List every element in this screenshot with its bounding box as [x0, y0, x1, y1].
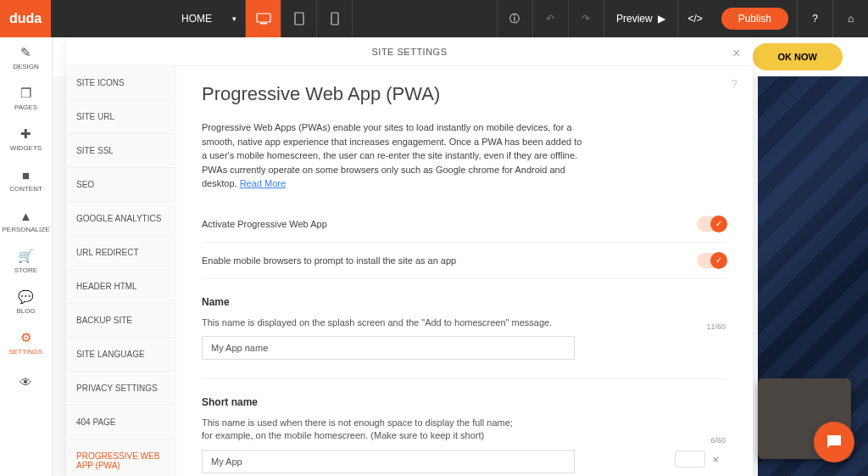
- sidebar-label: SETTINGS: [8, 348, 42, 356]
- publish-button[interactable]: Publish: [721, 8, 788, 30]
- app-shortname-input[interactable]: [202, 450, 575, 473]
- nav-url-redirect[interactable]: URL REDIRECT: [66, 236, 175, 270]
- toggle-activate-label: Activate Progressive Web App: [202, 219, 327, 229]
- panel-heading: Progressive Web App (PWA): [202, 83, 727, 105]
- cart-icon: 🛒: [18, 249, 34, 264]
- shortname-field-title: Short name: [202, 396, 727, 408]
- nav-privacy-settings[interactable]: PRIVACY SETTINGS: [66, 372, 175, 406]
- settings-nav: SITE ICONS SITE URL SITE SSL SEO GOOGLE …: [66, 66, 176, 476]
- book-now-button[interactable]: OK NOW: [753, 43, 843, 70]
- undo-icon[interactable]: ↶: [532, 0, 568, 37]
- sidebar-label: BLOG: [16, 307, 35, 315]
- nav-header-html[interactable]: HEADER HTML: [66, 270, 175, 304]
- nav-site-language[interactable]: SITE LANGUAGE: [66, 338, 175, 372]
- home-icon[interactable]: ⌂: [832, 0, 868, 37]
- page-selector[interactable]: HOME ▾: [171, 0, 246, 37]
- chevron-down-icon: ▾: [232, 14, 236, 23]
- info-icon[interactable]: ⓘ: [497, 0, 532, 37]
- panel-description: Progressive Web Apps (PWAs) enable your …: [202, 120, 583, 191]
- shortname-field-help: This name is used when there is not enou…: [202, 417, 727, 443]
- sidebar-content[interactable]: ■CONTENT: [0, 160, 52, 200]
- check-icon: ✓: [710, 252, 727, 269]
- page-selector-label: HOME: [181, 13, 212, 25]
- device-tablet[interactable]: [281, 0, 317, 37]
- pencil-icon: ✎: [20, 45, 31, 60]
- folder-icon: ■: [22, 168, 30, 182]
- sidebar-visibility[interactable]: 👁: [0, 363, 52, 404]
- toggle-install-prompt[interactable]: ✓: [697, 253, 727, 268]
- nav-pwa[interactable]: PROGRESSIVE WEB APP (PWA): [66, 440, 175, 476]
- toggle-install-label: Enable mobile browsers to prompt to inst…: [202, 255, 456, 266]
- sidebar-settings[interactable]: ⚙SETTINGS: [0, 322, 52, 363]
- preview-label: Preview: [616, 13, 653, 25]
- sidebar-label: DESIGN: [13, 63, 39, 70]
- sidebar-label: PAGES: [14, 104, 37, 111]
- divider: [202, 378, 727, 379]
- device-desktop[interactable]: [246, 0, 281, 37]
- sidebar-store[interactable]: 🛒STORE: [0, 241, 52, 282]
- check-icon: ✓: [710, 216, 727, 232]
- plus-icon: ✚: [20, 126, 31, 142]
- redo-icon[interactable]: ↷: [568, 0, 604, 37]
- sidebar-label: CONTENT: [9, 185, 42, 193]
- name-field-help: This name is displayed on the splash scr…: [202, 316, 727, 329]
- sidebar-label: STORE: [14, 266, 37, 274]
- play-icon: ▶: [658, 13, 665, 25]
- read-more-link[interactable]: Read More: [240, 178, 286, 188]
- nav-site-ssl[interactable]: SITE SSL: [66, 134, 175, 168]
- nav-site-icons[interactable]: SITE ICONS: [66, 66, 175, 100]
- hero-image: [758, 76, 868, 476]
- pages-icon: ❐: [20, 86, 31, 101]
- close-icon[interactable]: ×: [732, 46, 741, 61]
- chat-support-button[interactable]: [814, 422, 854, 462]
- chat-icon: 💬: [18, 289, 34, 305]
- name-counter: 11/60: [706, 322, 726, 331]
- person-icon: ▲: [19, 209, 32, 223]
- sidebar-label: WIDGETS: [10, 144, 42, 152]
- sidebar-pages[interactable]: ❐PAGES: [0, 78, 52, 119]
- toggle-activate-pwa[interactable]: ✓: [697, 216, 727, 232]
- eye-icon: 👁: [19, 375, 32, 389]
- help-question-icon[interactable]: ?: [732, 78, 737, 90]
- icon-clear[interactable]: ×: [675, 451, 719, 468]
- nav-backup-site[interactable]: BACKUP SITE: [66, 304, 175, 338]
- site-settings-modal: SITE SETTINGS × SITE ICONS SITE URL SITE…: [66, 37, 753, 476]
- svg-rect-1: [260, 23, 267, 25]
- svg-rect-3: [331, 13, 338, 25]
- sidebar-blog[interactable]: 💬BLOG: [0, 282, 52, 322]
- svg-rect-0: [257, 14, 270, 22]
- nav-site-url[interactable]: SITE URL: [66, 100, 175, 134]
- sidebar-personalize[interactable]: ▲PERSONALIZE: [0, 200, 52, 241]
- nav-seo[interactable]: SEO: [66, 168, 175, 202]
- shortname-counter: 6/60: [710, 436, 726, 445]
- name-field-title: Name: [202, 296, 727, 308]
- device-mobile[interactable]: [317, 0, 353, 37]
- nav-google-analytics[interactable]: GOOGLE ANALYTICS: [66, 202, 175, 236]
- dev-mode-icon[interactable]: </>: [677, 0, 713, 37]
- sidebar-label: PERSONALIZE: [2, 226, 49, 233]
- close-icon: ×: [712, 453, 719, 466]
- nav-404-page[interactable]: 404 PAGE: [66, 406, 175, 440]
- sidebar-widgets[interactable]: ✚WIDGETS: [0, 119, 52, 160]
- modal-title: SITE SETTINGS: [371, 47, 447, 57]
- svg-rect-2: [295, 13, 303, 25]
- brand-logo[interactable]: duda: [0, 0, 51, 37]
- app-name-input[interactable]: [202, 336, 575, 360]
- preview-button[interactable]: Preview ▶: [604, 0, 677, 37]
- help-icon[interactable]: ?: [797, 0, 832, 37]
- sidebar-design[interactable]: ✎DESIGN: [0, 37, 52, 78]
- gear-icon: ⚙: [20, 330, 31, 345]
